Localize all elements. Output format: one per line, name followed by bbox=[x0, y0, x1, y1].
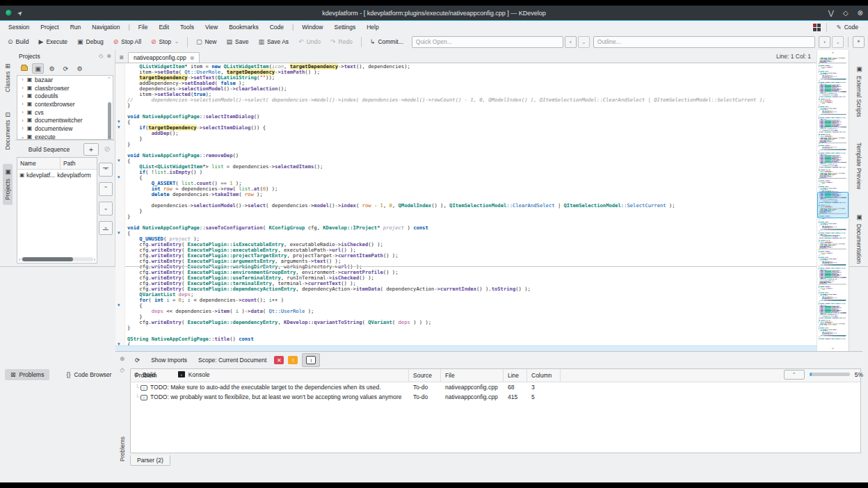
float-panel-icon[interactable]: ◇ bbox=[99, 53, 103, 59]
statusbar-build[interactable]: ⊙Build bbox=[128, 369, 161, 380]
expander-icon[interactable]: › bbox=[19, 101, 26, 106]
prev-button[interactable]: ‹ bbox=[565, 36, 577, 48]
document-list-icon[interactable]: ≡ bbox=[115, 51, 128, 63]
tree-scrollbar[interactable] bbox=[107, 83, 112, 132]
build-sequence-hscrollbar[interactable]: ‹› bbox=[17, 257, 97, 263]
tree-item-codeutils[interactable]: ›▣codeutils bbox=[17, 92, 113, 100]
dropdown-icon[interactable]: ⌄ bbox=[175, 39, 179, 44]
minimize-button[interactable]: ⋁ bbox=[828, 9, 834, 17]
minimap[interactable] bbox=[817, 58, 849, 343]
tree-item-documentview[interactable]: ›▣documentview bbox=[17, 124, 113, 133]
execute-button[interactable]: ▶Execute bbox=[34, 36, 72, 47]
fold-marker-icon[interactable]: ▾ bbox=[118, 341, 120, 347]
statusbar-problems[interactable]: ⊠Problems bbox=[5, 369, 49, 380]
errors-filter-icon[interactable]: ✕ bbox=[274, 356, 284, 364]
save-as-button[interactable]: ▥Save As bbox=[254, 36, 293, 47]
fold-marker-icon[interactable]: ▾ bbox=[118, 119, 120, 124]
install-selection-button[interactable]: ⚙ bbox=[46, 63, 58, 74]
menu-settings[interactable]: Settings bbox=[328, 22, 361, 32]
toolview-tab-template-preview[interactable]: Template Preview bbox=[854, 138, 864, 194]
rebuild-selection-button[interactable]: ⟳ bbox=[60, 63, 72, 74]
menu-file[interactable]: File bbox=[133, 22, 154, 32]
menu-project[interactable]: Project bbox=[35, 22, 64, 32]
expander-icon[interactable]: › bbox=[19, 126, 26, 131]
warnings-filter-icon[interactable]: ! bbox=[288, 356, 298, 364]
commit-button[interactable]: ↳Commit... bbox=[366, 36, 408, 47]
configure-selection-button[interactable]: ⚙ bbox=[74, 63, 86, 74]
outline-input[interactable] bbox=[593, 36, 815, 48]
editor-tab-active[interactable]: nativeappconfig.cpp ⊗ bbox=[128, 52, 200, 63]
move-to-bottom-button[interactable]: ⌄ bbox=[99, 221, 113, 235]
close-button[interactable]: ⊗ bbox=[858, 9, 863, 17]
expander-icon[interactable]: › bbox=[19, 94, 26, 99]
fold-gutter[interactable]: ▾▾▾▾▾▾▾ bbox=[115, 63, 125, 345]
tree-item-cvs[interactable]: ›▣cvs bbox=[17, 108, 113, 117]
tree-scroll-down-icon[interactable]: ⌄ bbox=[106, 133, 112, 138]
scroll-down-icon[interactable]: ⌄ bbox=[817, 343, 849, 351]
fold-marker-icon[interactable]: ▾ bbox=[118, 230, 120, 236]
save-button[interactable]: ▤Save bbox=[223, 36, 253, 47]
tab-close-icon[interactable]: ⊗ bbox=[190, 55, 195, 61]
stop-all-button[interactable]: ⊘Stop All bbox=[109, 36, 145, 47]
fold-marker-icon[interactable]: ▾ bbox=[118, 302, 120, 308]
undo-button[interactable]: ↶Undo bbox=[294, 36, 325, 47]
menu-session[interactable]: Session bbox=[3, 22, 35, 32]
scroll-up-icon[interactable]: ⌃ bbox=[817, 50, 849, 58]
expander-icon[interactable]: › bbox=[19, 86, 26, 90]
open-project-folder-button[interactable] bbox=[18, 63, 30, 74]
toolview-tab-external-scripts[interactable]: ▣External Scripts bbox=[854, 61, 864, 122]
redo-button[interactable]: ↷Redo bbox=[326, 36, 357, 47]
menu-run[interactable]: Run bbox=[65, 22, 87, 32]
tree-item-execute[interactable]: ⌄▣execute bbox=[17, 133, 113, 140]
menu-tools[interactable]: Tools bbox=[175, 22, 200, 32]
maximize-button[interactable]: ◇ bbox=[843, 9, 849, 17]
statusbar-code-browser[interactable]: {}Code Browser bbox=[61, 369, 117, 380]
fold-marker-icon[interactable]: ▾ bbox=[118, 174, 120, 180]
menu-edit[interactable]: Edit bbox=[153, 22, 175, 32]
build-sequence-row[interactable]: ▣kdevplatf...kdevplatform bbox=[17, 170, 97, 181]
prev-dropdown-icon[interactable]: ⌄ bbox=[578, 36, 590, 48]
quick-open-input[interactable] bbox=[412, 36, 563, 48]
add-to-build-sequence-button[interactable]: + bbox=[83, 143, 99, 156]
expander-icon[interactable]: ⌄ bbox=[19, 134, 26, 140]
tree-item-bazaar[interactable]: ›▣bazaar bbox=[17, 76, 113, 84]
area-switcher-icon[interactable] bbox=[813, 24, 821, 31]
column-header-name[interactable]: Name bbox=[17, 158, 61, 169]
tree-item-documentswitcher[interactable]: ›▣documentswitcher bbox=[17, 116, 113, 124]
toolview-tab-documentation[interactable]: ▣Documentation bbox=[854, 209, 864, 268]
menu-view[interactable]: View bbox=[200, 22, 223, 32]
debug-button[interactable]: ▣Debug bbox=[73, 36, 108, 47]
expand-statusbar-button[interactable]: ⌃ bbox=[784, 370, 805, 380]
menu-code[interactable]: Code bbox=[264, 22, 289, 32]
sidebar-tab-documents[interactable]: Documents⊡ bbox=[3, 107, 13, 155]
close-panel-icon[interactable]: ⊗ bbox=[106, 53, 111, 59]
move-down-button[interactable]: ⌄ bbox=[99, 202, 113, 215]
tree-item-classbrowser[interactable]: ›▣classbrowser bbox=[17, 84, 113, 92]
tree-scroll-up-icon[interactable]: ⌃ bbox=[106, 76, 112, 82]
new-button[interactable]: ▢New bbox=[192, 36, 221, 47]
menu-navigation[interactable]: Navigation bbox=[86, 22, 125, 32]
build-button[interactable]: ⊙Build bbox=[3, 36, 33, 47]
fold-marker-icon[interactable]: ▾ bbox=[118, 124, 120, 130]
build-selection-button[interactable]: ▣ bbox=[32, 63, 44, 74]
remove-from-build-sequence-button[interactable]: ⊘ bbox=[102, 144, 113, 155]
area-code-button[interactable]: ✎ Code bbox=[833, 22, 862, 32]
menu-window[interactable]: Window bbox=[296, 22, 328, 32]
tree-item-contextbrowser[interactable]: ›▣contextbrowser bbox=[17, 100, 113, 108]
browse-mode-button[interactable]: ⌖ bbox=[853, 36, 865, 48]
minimap-viewport[interactable] bbox=[817, 192, 849, 218]
next-dropdown-icon[interactable]: ⌄ bbox=[832, 36, 844, 48]
stop-button[interactable]: ⊘Stop⌄ bbox=[147, 36, 183, 47]
expander-icon[interactable]: › bbox=[19, 77, 26, 82]
expander-icon[interactable]: › bbox=[19, 118, 26, 123]
sidebar-tab-projects[interactable]: Projects▣ bbox=[3, 164, 13, 205]
statusbar-konsole[interactable]: ›Konsole bbox=[172, 369, 216, 380]
menu-bookmarks[interactable]: Bookmarks bbox=[223, 22, 264, 32]
move-to-top-button[interactable]: ⌃ bbox=[99, 163, 113, 177]
column-header-path[interactable]: Path bbox=[61, 158, 97, 169]
expander-icon[interactable]: › bbox=[19, 110, 26, 115]
menu-help[interactable]: Help bbox=[361, 22, 384, 32]
move-up-button[interactable]: ⌃ bbox=[99, 182, 113, 196]
fold-marker-icon[interactable]: ▾ bbox=[118, 158, 120, 163]
next-button[interactable]: › bbox=[819, 36, 830, 48]
